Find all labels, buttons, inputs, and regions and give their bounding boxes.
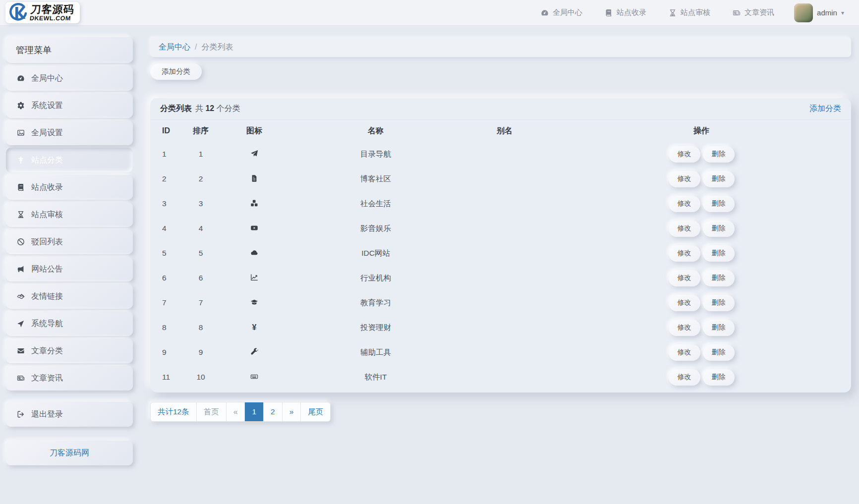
cell-name: 博客社区 <box>294 167 458 191</box>
avatar[interactable] <box>794 3 813 22</box>
table-row: 1110软件IT修改删除 <box>150 365 851 390</box>
cell-sort: 4 <box>187 216 215 241</box>
edit-button[interactable]: 修改 <box>669 221 700 237</box>
caret-down-icon: ▾ <box>841 9 844 16</box>
yen-icon: ¥ <box>250 323 259 332</box>
image-icon <box>16 129 25 137</box>
book-icon <box>16 183 25 192</box>
top-nav-item[interactable]: 文章资讯 <box>732 8 774 17</box>
edit-button[interactable]: 修改 <box>669 146 700 163</box>
sidebar-menu: 全局中心系统设置全局设置站点分类站点收录站点审核驳回列表网站公告友情链接系统导航… <box>6 66 133 391</box>
breadcrumb-parent-link[interactable]: 全局中心 <box>159 42 190 53</box>
delete-button[interactable]: 删除 <box>703 196 735 212</box>
pagination-item[interactable]: « <box>226 402 245 421</box>
pagination-item[interactable]: 1 <box>244 402 263 421</box>
sidebar-item[interactable]: 系统导航 <box>6 311 133 336</box>
delete-button[interactable]: 删除 <box>703 295 735 311</box>
sidebar-item[interactable]: 全局设置 <box>6 120 133 145</box>
table-body: 11目录导航修改删除22博客社区修改删除33社会生活修改删除44影音娱乐修改删除… <box>150 142 851 390</box>
panel-header: 分类列表 共 12 个分类 添加分类 <box>150 98 851 120</box>
sidebar-item[interactable]: 网站公告 <box>6 257 133 281</box>
delete-button[interactable]: 删除 <box>703 245 735 262</box>
edit-button[interactable]: 修改 <box>669 295 700 311</box>
pagination-item[interactable]: 尾页 <box>300 402 330 421</box>
delete-button[interactable]: 删除 <box>703 320 735 336</box>
tachometer-icon <box>16 74 25 83</box>
cell-sort: 8 <box>187 315 215 340</box>
delete-button[interactable]: 删除 <box>703 146 735 163</box>
hourglass-icon <box>16 211 25 219</box>
handshake-icon <box>16 292 25 301</box>
edit-button[interactable]: 修改 <box>669 270 700 286</box>
cell-name: 教育学习 <box>294 290 458 315</box>
edit-button[interactable]: 修改 <box>669 171 700 187</box>
delete-button[interactable]: 删除 <box>703 171 735 187</box>
cell-id: 4 <box>150 216 187 241</box>
logo-title: 刀客源码 <box>30 4 75 14</box>
edit-button[interactable]: 修改 <box>669 369 700 386</box>
sidebar-item[interactable]: 站点收录 <box>6 175 133 200</box>
delete-button[interactable]: 删除 <box>703 344 735 361</box>
top-nav-item[interactable]: 全局中心 <box>540 8 582 17</box>
pagination-item[interactable]: 首页 <box>196 402 226 421</box>
sidebar-item-label: 系统导航 <box>31 319 63 329</box>
edit-button[interactable]: 修改 <box>669 344 700 361</box>
edit-button[interactable]: 修改 <box>669 320 700 336</box>
pagination-item[interactable]: 2 <box>263 402 282 421</box>
sidebar-item-logout[interactable]: 退出登录 <box>6 402 133 427</box>
cell-id: 3 <box>150 191 187 216</box>
cell-alias <box>458 167 552 191</box>
delete-button[interactable]: 删除 <box>703 270 735 286</box>
user-menu[interactable]: admin ▾ <box>794 3 844 22</box>
cell-alias <box>458 142 552 167</box>
edit-button[interactable]: 修改 <box>669 196 700 212</box>
add-category-button[interactable]: 添加分类 <box>150 63 202 80</box>
sidebar-item[interactable]: 驳回列表 <box>6 229 133 254</box>
cubes-icon <box>250 199 259 208</box>
cell-alias <box>458 290 552 315</box>
table-row: 99"/>辅助工具修改删除 <box>150 340 851 365</box>
top-nav-item[interactable]: 站点审核 <box>668 8 710 17</box>
cell-actions: 修改删除 <box>552 365 851 390</box>
cell-name: IDC网站 <box>294 241 458 266</box>
wrench-icon: "/> <box>250 347 259 356</box>
sidebar-item[interactable]: 站点审核 <box>6 202 133 227</box>
pagination-item[interactable]: » <box>282 402 301 421</box>
top-nav-item[interactable]: 站点收录 <box>604 8 646 17</box>
sidebar-item-label: 驳回列表 <box>31 237 63 247</box>
cloud-icon <box>250 248 259 257</box>
sidebar-item[interactable]: 文章资讯 <box>6 366 133 391</box>
cell-id: 11 <box>150 365 187 390</box>
sidebar-item[interactable]: 全局中心 <box>6 66 133 91</box>
delete-button[interactable]: 删除 <box>703 221 735 237</box>
sidebar-item-label: 文章分类 <box>31 346 63 356</box>
table-row: 88¥投资理财修改删除 <box>150 315 851 340</box>
sidebar-item[interactable]: 系统设置 <box>6 93 133 118</box>
cell-icon <box>215 216 294 241</box>
cell-actions: 修改删除 <box>552 167 851 191</box>
cell-id: 6 <box>150 266 187 290</box>
cell-id: 8 <box>150 315 187 340</box>
delete-button[interactable]: 删除 <box>703 369 735 386</box>
cell-name: 投资理财 <box>294 315 458 340</box>
cell-icon <box>215 241 294 266</box>
sidebar-item[interactable]: 文章分类 <box>6 338 133 363</box>
cell-id: 9 <box>150 340 187 365</box>
add-category-link[interactable]: 添加分类 <box>809 104 841 114</box>
cell-name: 影音娱乐 <box>294 216 458 241</box>
main-content: 全局中心 / 分类列表 添加分类 分类列表 共 12 个分类 添加分类 ID排序… <box>150 37 851 422</box>
cell-icon <box>215 191 294 216</box>
paper-plane-icon <box>250 149 259 158</box>
sidebar-footer-link[interactable]: 刀客源码网 <box>6 441 133 465</box>
sidebar-item[interactable]: 友情链接 <box>6 284 133 309</box>
cell-actions: 修改删除 <box>552 340 851 365</box>
envelope-icon <box>16 347 25 355</box>
logo[interactable]: 刀客源码 DKEWL.COM <box>5 2 80 23</box>
cell-icon <box>215 167 294 191</box>
cell-actions: 修改删除 <box>552 216 851 241</box>
breadcrumb-separator: / <box>195 43 197 52</box>
sidebar-item[interactable]: 站点分类 <box>6 148 133 172</box>
count-suffix: 个分类 <box>217 104 240 112</box>
column-header: 操作 <box>552 120 851 142</box>
edit-button[interactable]: 修改 <box>669 245 700 262</box>
